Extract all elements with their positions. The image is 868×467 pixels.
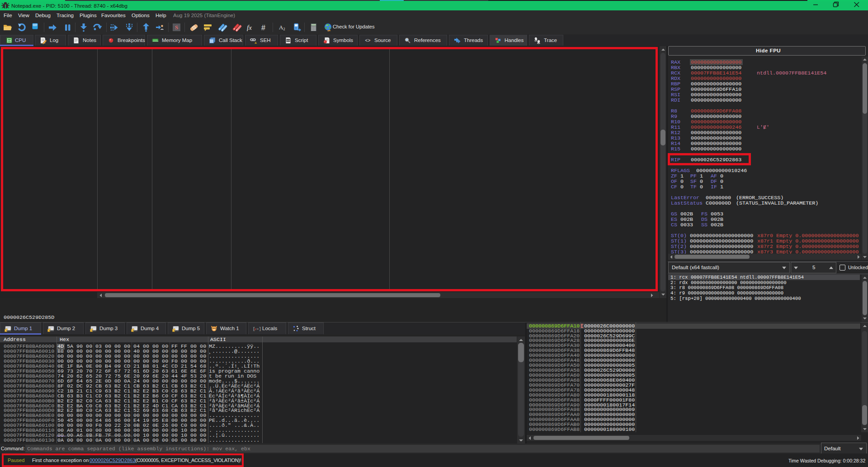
svg-text:2: 2 xyxy=(283,27,285,31)
svg-text:=]: =] xyxy=(256,327,261,332)
svg-text:64: 64 xyxy=(8,39,11,42)
svg-text:<>: <> xyxy=(287,39,290,42)
svg-text:<>: <> xyxy=(365,38,370,43)
svg-text:S: S xyxy=(175,24,178,31)
svg-text:x: x xyxy=(254,327,256,331)
svg-text:A: A xyxy=(279,24,283,31)
svg-text:#: # xyxy=(261,24,265,32)
svg-text:fx: fx xyxy=(247,24,252,31)
